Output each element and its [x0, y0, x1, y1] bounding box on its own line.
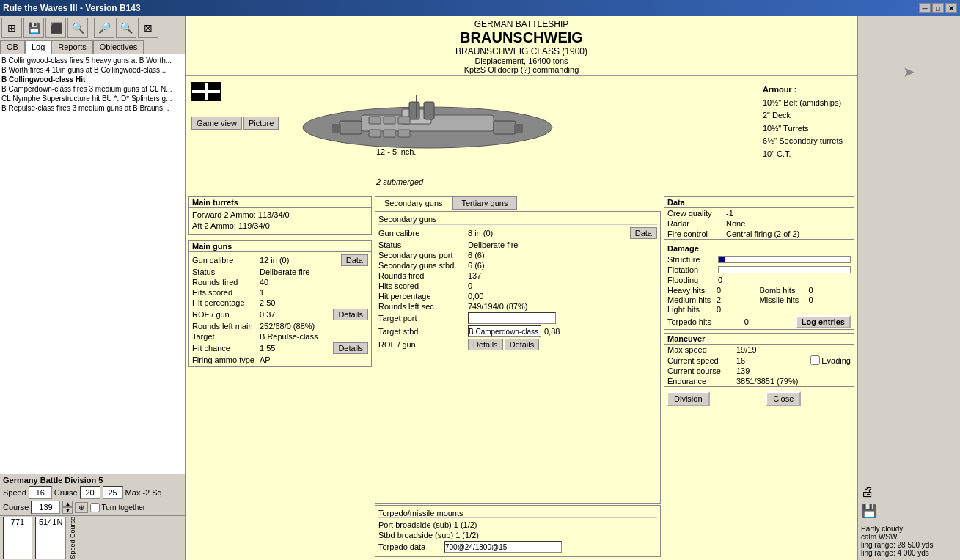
evading-checkbox[interactable]	[810, 355, 820, 365]
current-course-label: Current course	[667, 366, 733, 375]
sec-rounds-left-value: 749/194/0 (87%)	[468, 302, 657, 311]
maneuver-title: Maneuver	[664, 334, 854, 345]
radar-value: None	[726, 219, 851, 228]
log-area: B Collingwood-class fires 5 heavy guns a…	[0, 54, 185, 474]
log-entries-btn[interactable]: Log entries	[796, 315, 851, 328]
main-guns-details-btn[interactable]: Details	[333, 309, 368, 320]
ship-type: GERMAN BATTLESHIP	[186, 19, 857, 29]
guns-hits-value: 1	[260, 288, 368, 297]
window-title: Rule the Waves III - Version B143	[3, 3, 141, 13]
cruise-input[interactable]	[80, 486, 100, 499]
sec-details-port-btn[interactable]: Details	[468, 339, 503, 350]
main-guns-data-btn[interactable]: Data	[341, 254, 368, 266]
course-down-arrow[interactable]: ▼	[62, 507, 73, 514]
ship-class: BRAUNSCHWEIG CLASS (1900)	[186, 46, 857, 56]
sec-details-stbd-btn[interactable]: Details	[505, 339, 540, 350]
toolbar-btn-zoom-in[interactable]: 🔎	[94, 18, 114, 38]
course-up-arrow[interactable]: ▲	[62, 501, 73, 507]
svg-rect-9	[409, 102, 419, 119]
close-btn[interactable]: Close	[766, 391, 801, 406]
torpedo-hits-label: Torpedo hits	[667, 317, 715, 326]
ship-header: GERMAN BATTLESHIP BRAUNSCHWEIG BRAUNSCHW…	[186, 16, 857, 76]
weather-condition: Partly cloudy	[861, 525, 957, 533]
guns-rounds-fired-value: 40	[260, 278, 368, 287]
weather-icons: ➤	[861, 19, 957, 81]
guns-status-row: Status Deliberate fire	[192, 267, 368, 277]
sec-target-port-input[interactable]	[468, 312, 556, 324]
tab-objectives[interactable]: Objectives	[93, 40, 144, 54]
guns-status-value: Deliberate fire	[260, 268, 368, 276]
course-row: Course ▲ ▼ ⊕ Turn together	[3, 501, 182, 514]
flotation-label: Flotation	[667, 265, 715, 274]
guns-hit-chance-value: 1,55	[260, 344, 331, 353]
missile-hits-label: Missile hits	[760, 295, 807, 304]
max-input[interactable]	[103, 486, 123, 499]
tab-ob[interactable]: OB	[0, 40, 25, 54]
sec-calibre-row: Gun calibre 8 in (0) Data	[378, 226, 657, 240]
speed-course-label: Speed Course	[69, 517, 76, 559]
current-course-value: 139	[736, 366, 851, 375]
missile-hits-value: 0	[809, 295, 831, 304]
helm-btn[interactable]: ⊕	[75, 502, 88, 513]
medium-hits-cell: Medium hits 2	[667, 295, 759, 304]
sec-data-btn[interactable]: Data	[630, 227, 657, 239]
maximize-btn[interactable]: □	[932, 3, 944, 13]
flooding-value: 0	[718, 276, 740, 284]
toolbar-btn-zoom-out[interactable]: 🔍	[116, 18, 136, 38]
save-icon[interactable]: 💾	[861, 503, 957, 519]
sec-port-row: Secondary guns port 6 (6)	[378, 250, 657, 260]
tab-log[interactable]: Log	[25, 40, 51, 54]
sec-target-stbd-input[interactable]	[468, 325, 541, 337]
turret-aft: Aft 2 Ammo: 119/34/0	[192, 221, 368, 232]
structure-bar-container	[718, 256, 851, 263]
tab-secondary-guns[interactable]: Secondary guns	[375, 196, 452, 210]
svg-rect-14	[369, 130, 381, 137]
course-input[interactable]	[31, 501, 60, 514]
toolbar-btn-4[interactable]: 🔍	[67, 18, 88, 38]
picture-btn[interactable]: Picture	[243, 117, 279, 130]
toolbar-btn-3[interactable]: ⬛	[45, 18, 66, 38]
svg-rect-3	[332, 124, 341, 128]
sec-hit-pct-label: Hit percentage	[378, 292, 466, 301]
main-guns-hit-details-btn[interactable]: Details	[333, 342, 368, 354]
torp-port-row: Port broadside (sub) 1 (1/2)	[378, 520, 657, 530]
bomb-hits-cell: Bomb hits 0	[760, 286, 851, 295]
damage-section: Damage Structure Flotation	[664, 243, 854, 330]
sec-rounds-fired-value: 137	[468, 271, 657, 280]
max-speed-value: 19/19	[736, 345, 851, 354]
turn-together-check[interactable]	[90, 503, 100, 512]
svg-rect-11	[369, 117, 381, 124]
tab-reports[interactable]: Reports	[51, 40, 93, 54]
division-btn[interactable]: Division	[667, 391, 710, 406]
sec-hit-pct-value: 0,00	[468, 292, 657, 301]
course-label: Course	[3, 503, 29, 512]
sec-stbd-label: Secondary guns stbd.	[378, 261, 466, 270]
flooding-row: Flooding 0	[664, 275, 854, 285]
toolbar-btn-2[interactable]: 💾	[23, 18, 44, 38]
weather-panel: ➤ 🖨 💾 Partly cloudy calm WSW ling range:…	[857, 16, 960, 560]
flooding-label: Flooding	[667, 276, 715, 284]
printer-icon[interactable]: 🖨	[861, 485, 957, 500]
sec-rounds-fired-label: Rounds fired	[378, 271, 466, 280]
main-guns-inner: Gun calibre 12 in (0) Data Status Delibe…	[189, 252, 371, 366]
ship-left: 4 - 12 inch. 12 - 8 inch. 12 - 5 inch. G…	[186, 76, 857, 560]
tab-tertiary-guns[interactable]: Tertiary guns	[452, 196, 518, 210]
speed-input[interactable]	[29, 486, 52, 499]
turret-info: Forward 2 Ammo: 113/34/0 Aft 2 Ammo: 119…	[189, 208, 371, 234]
cruise-label: Cruise	[54, 488, 78, 497]
gun-range-prefix: ling range:	[861, 541, 895, 549]
game-view-btn[interactable]: Game view	[191, 117, 242, 130]
torp-data-input[interactable]	[444, 541, 562, 553]
sec-target-stbd-row: Target stbd 0,88	[378, 325, 657, 338]
toolbar-btn-1[interactable]: ⊞	[1, 18, 22, 38]
close-window-btn[interactable]: ✕	[945, 3, 957, 13]
max-label: Max -2	[125, 488, 150, 497]
toolbar-btn-zoom-fit[interactable]: ⊠	[138, 18, 158, 38]
secondary-guns-title: Secondary guns	[378, 215, 657, 225]
guns-hit-pct-row: Hit percentage 2,50	[192, 298, 368, 308]
guns-hits-row: Hits scored 1	[192, 287, 368, 298]
ship-displacement: Displacement, 16400 tons	[186, 56, 857, 65]
log-entry-4: CL Nymphe Superstructure hit BU *. D* Sp…	[1, 94, 183, 103]
ship-content: 4 - 12 inch. 12 - 8 inch. 12 - 5 inch. G…	[186, 76, 857, 560]
minimize-btn[interactable]: ─	[919, 3, 931, 13]
